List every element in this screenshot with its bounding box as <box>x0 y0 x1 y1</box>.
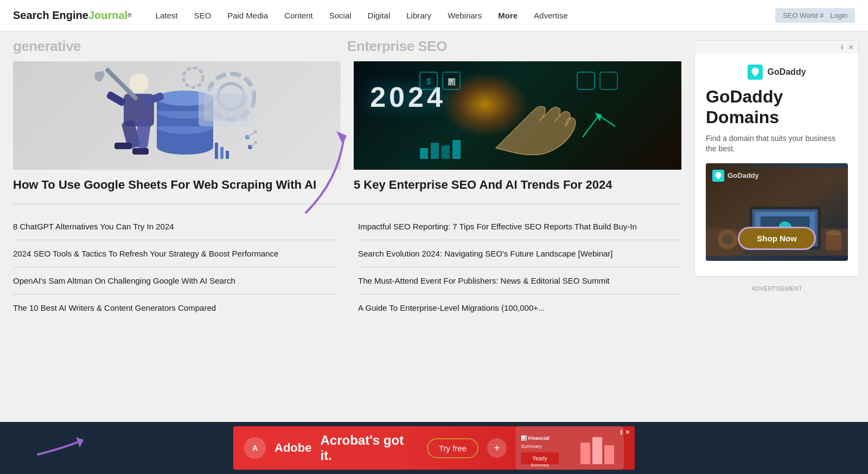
article-image-1 <box>13 61 341 170</box>
list-item-left-1[interactable]: 8 ChatGPT Alternatives You Can Try In 20… <box>13 213 336 240</box>
sidebar-ad-label: ADVERTISEMENT <box>694 285 859 292</box>
svg-rect-29 <box>204 94 247 121</box>
svg-line-15 <box>247 132 256 137</box>
bottom-ad-right-visual: 📊 Financial Summary Yearly Summary <box>515 426 624 470</box>
ad-info-icon[interactable]: ℹ <box>841 43 844 51</box>
category-title-enterprise: Enterprise SEO <box>347 38 681 55</box>
nav-item-advertise[interactable]: Advertise <box>527 7 575 24</box>
svg-point-51 <box>826 230 841 235</box>
list-item-title-left-4: The 10 Best AI Writers & Content Generat… <box>13 302 336 313</box>
godaddy-headline: GoDaddy Domains <box>706 86 848 128</box>
article-image-2: 2024 $ 📊 <box>354 61 681 170</box>
nav-item-webinars[interactable]: Webinars <box>441 7 488 24</box>
nav-item-library[interactable]: Library <box>400 7 438 24</box>
svg-point-18 <box>254 141 257 144</box>
nav-item-content[interactable]: Content <box>278 7 320 24</box>
list-item-right-1[interactable]: Impactful SEO Reporting: 7 Tips For Effe… <box>358 213 681 240</box>
bottom-ad-bar: ℹ ✕ A Adobe Acrobat's got it. Try free + <box>0 422 868 474</box>
list-item-right-3[interactable]: The Must-Attend Event For Publishers: Ne… <box>358 267 681 294</box>
site-header: Search Engine Journal ® Latest SEO Paid … <box>0 0 868 31</box>
article-title-2: 5 Key Enterprise SEO And AI Trends For 2… <box>354 177 681 193</box>
svg-rect-37 <box>431 143 439 159</box>
list-item-title-right-3: The Must-Attend Event For Publishers: Ne… <box>358 275 681 286</box>
svg-rect-56 <box>604 445 614 464</box>
nav-item-more[interactable]: More <box>492 7 524 24</box>
bottom-purple-arrow-svg <box>27 422 114 460</box>
svg-rect-55 <box>592 437 602 464</box>
svg-point-49 <box>722 234 733 245</box>
logo-text-journal: Journal <box>88 9 127 22</box>
nav-item-latest[interactable]: Latest <box>149 7 184 24</box>
svg-rect-25 <box>106 91 126 107</box>
try-free-button[interactable]: Try free <box>427 438 478 458</box>
svg-rect-54 <box>580 443 590 464</box>
list-col-left: 8 ChatGPT Alternatives You Can Try In 20… <box>13 213 336 321</box>
svg-text:📊: 📊 <box>448 78 456 86</box>
svg-rect-24 <box>132 148 149 155</box>
bottom-ad-banner: ℹ ✕ A Adobe Acrobat's got it. Try free + <box>233 426 635 470</box>
godaddy-logo-area: GoDaddy <box>706 65 848 80</box>
purple-arrow-svg <box>295 115 360 223</box>
ad-close-icon[interactable]: ✕ <box>848 43 854 52</box>
svg-text:Yearly: Yearly <box>532 456 547 462</box>
nav-item-paid-media[interactable]: Paid Media <box>221 7 275 24</box>
nav-item-seo[interactable]: SEO <box>187 7 218 24</box>
godaddy-ad-box: ℹ ✕ GoDaddy GoDaddy Domains Find a domai… <box>694 40 859 277</box>
svg-text:📊 Financial: 📊 Financial <box>521 435 550 441</box>
illustration-svg <box>85 67 269 164</box>
bottom-ad-info-icon[interactable]: ℹ <box>620 428 623 436</box>
sidebar: ℹ ✕ GoDaddy GoDaddy Domains Find a domai… <box>694 31 868 334</box>
svg-point-19 <box>129 73 149 93</box>
godaddy-logo-text: GoDaddy <box>767 67 806 77</box>
bottom-ad-x-icon[interactable]: ✕ <box>625 428 630 436</box>
adobe-tagline-text: Acrobat's got it. <box>320 433 418 463</box>
nav-item-social[interactable]: Social <box>323 7 358 24</box>
bottom-ad-close[interactable]: ℹ ✕ <box>620 428 630 436</box>
svg-point-2 <box>183 68 203 87</box>
header-right: SEO World # Login <box>775 8 855 23</box>
svg-rect-11 <box>220 147 224 159</box>
article-card-2[interactable]: 2024 $ 📊 <box>354 61 681 193</box>
logo-text-se: Search Engine <box>13 9 88 22</box>
svg-text:Summary: Summary <box>531 463 549 467</box>
adobe-icon-circle: A <box>244 437 266 459</box>
svg-rect-38 <box>442 145 450 159</box>
article-title-1: How To Use Google Sheets For Web Scrapin… <box>13 177 341 193</box>
list-item-title-left-1: 8 ChatGPT Alternatives You Can Try In 20… <box>13 221 336 232</box>
svg-rect-34 <box>577 72 595 89</box>
seo-world-label: SEO World # <box>783 11 824 20</box>
ad-content: GoDaddy GoDaddy Domains Find a domain th… <box>695 54 859 276</box>
svg-rect-10 <box>215 143 218 159</box>
svg-text:Summary: Summary <box>521 444 542 449</box>
ad-top-bar: ℹ ✕ <box>695 41 859 54</box>
svg-rect-35 <box>600 72 617 89</box>
list-item-right-4[interactable]: A Guide To Enterprise-Level Migrations (… <box>358 294 681 321</box>
main-wrapper: generative Enterprise SEO <box>0 31 868 334</box>
svg-rect-45 <box>744 249 826 254</box>
seo-world-button[interactable]: SEO World # Login <box>775 8 855 23</box>
list-articles: 8 ChatGPT Alternatives You Can Try In 20… <box>13 213 681 321</box>
article-card-1[interactable]: How To Use Google Sheets For Web Scrapin… <box>13 61 341 193</box>
godaddy-logo-icon <box>748 65 763 80</box>
login-label: Login <box>830 11 847 20</box>
list-item-title-right-2: Search Evolution 2024: Navigating SEO's … <box>358 248 681 259</box>
godaddy-subtext: Find a domain that suits your business t… <box>706 133 848 155</box>
category-enterprise: Enterprise SEO <box>347 31 681 61</box>
list-item-title-right-4: A Guide To Enterprise-Level Migrations (… <box>358 302 681 313</box>
svg-text:$: $ <box>426 77 431 86</box>
godaddy-overlay-logo: GoDaddy <box>712 170 759 182</box>
list-item-left-4[interactable]: The 10 Best AI Writers & Content Generat… <box>13 294 336 321</box>
bottom-ad-wrapper: ℹ ✕ A Adobe Acrobat's got it. Try free + <box>233 426 635 470</box>
adobe-acrobat-icon: A <box>252 444 258 452</box>
nav-item-digital[interactable]: Digital <box>361 7 397 24</box>
list-item-title-left-3: OpenAI's Sam Altman On Challenging Googl… <box>13 275 336 286</box>
list-item-left-3[interactable]: OpenAI's Sam Altman On Challenging Googl… <box>13 267 336 294</box>
site-logo[interactable]: Search Engine Journal ® <box>13 9 132 22</box>
list-item-left-2[interactable]: 2024 SEO Tools & Tactics To Refresh Your… <box>13 240 336 267</box>
shop-now-button[interactable]: Shop Now <box>738 227 815 250</box>
list-item-right-2[interactable]: Search Evolution 2024: Navigating SEO's … <box>358 240 681 267</box>
list-item-title-left-2: 2024 SEO Tools & Tactics To Refresh Your… <box>13 248 336 259</box>
svg-rect-39 <box>452 140 461 159</box>
list-item-title-right-1: Impactful SEO Reporting: 7 Tips For Effe… <box>358 221 681 232</box>
dark-image-svg: $ 📊 <box>354 61 681 170</box>
